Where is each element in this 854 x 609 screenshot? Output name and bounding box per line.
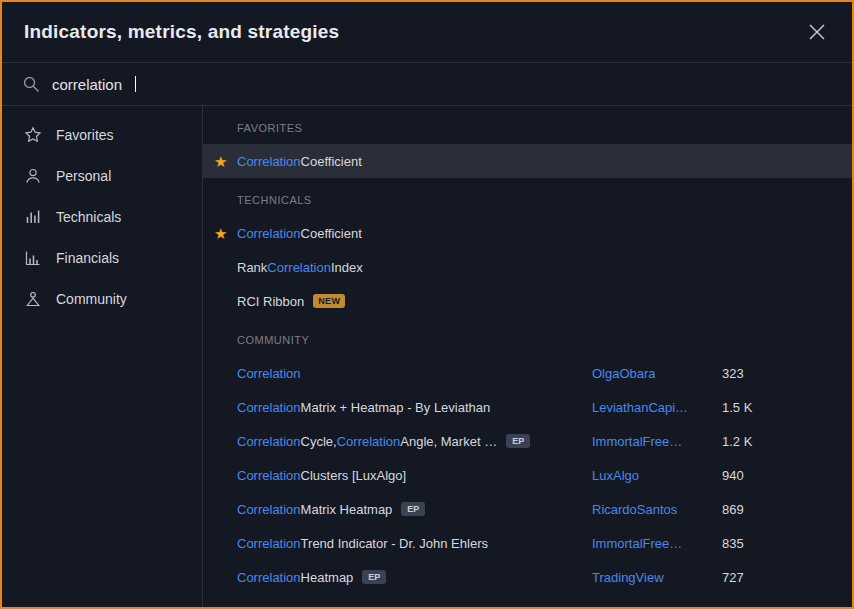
sidebar-item-technicals[interactable]: Technicals [2,196,202,237]
indicators-dialog: Indicators, metrics, and strategies corr… [0,0,854,609]
sidebar-item-label: Personal [56,168,111,184]
new-badge: NEW [313,294,345,308]
likes-count: 661 [722,604,844,608]
close-button[interactable] [804,19,830,45]
sidebar-item-label: Financials [56,250,119,266]
list-item[interactable]: Rank Correlation Index [203,250,852,284]
search-value: correlation [52,76,122,93]
section-header: TECHNICALS [203,178,852,216]
item-title: RCI RibbonNEW [237,294,592,309]
list-item[interactable]: Correlation Matrix + Heatmap - By Leviat… [203,390,852,424]
likes-count: 1.5 K [722,400,844,415]
list-item[interactable]: ★Correlation Coefficient [203,216,852,250]
list-item[interactable]: ★Correlation Coefficient [203,144,852,178]
author-link[interactable]: OlgaObara [592,366,722,381]
section-header: FAVORITES [203,106,852,144]
editors-pick-badge: EP [506,434,530,448]
sidebar-item-label: Technicals [56,209,121,225]
list-item[interactable]: RCI RibbonNEW [203,284,852,318]
sidebar-item-label: Favorites [56,127,114,143]
likes-count: 323 [722,366,844,381]
author-link[interactable]: Hpns2Jai… [592,604,722,608]
item-title: Correlation Coefficient [237,226,592,241]
community-icon [24,290,42,308]
item-title: Correlation Matrix [237,604,592,608]
item-title: Correlation Clusters [LuxAlgo] [237,468,592,483]
list-item[interactable]: CorrelationOlgaObara323 [203,356,852,390]
sidebar-item-label: Community [56,291,127,307]
close-icon [808,23,826,41]
dialog-header: Indicators, metrics, and strategies [2,2,852,62]
sidebar-item-favorites[interactable]: Favorites [2,114,202,155]
sidebar-item-personal[interactable]: Personal [2,155,202,196]
star-icon [24,126,42,144]
author-link[interactable]: ImmortalFree… [592,536,722,551]
sidebar-item-financials[interactable]: Financials [2,237,202,278]
likes-count: 869 [722,502,844,517]
favorite-star-icon[interactable]: ★ [214,226,227,241]
author-link[interactable]: RicardoSantos [592,502,722,517]
dialog-body: FavoritesPersonalTechnicalsFinancialsCom… [2,106,852,607]
item-title: Correlation Trend Indicator - Dr. John E… [237,536,592,551]
sidebar: FavoritesPersonalTechnicalsFinancialsCom… [2,106,203,607]
editors-pick-badge: EP [362,570,386,584]
author-link[interactable]: LeviathanCapi… [592,400,722,415]
list-item[interactable]: Correlation Trend Indicator - Dr. John E… [203,526,852,560]
financials-icon [24,249,42,267]
list-item[interactable]: Correlation HeatmapEPTradingView727 [203,560,852,594]
dialog-title: Indicators, metrics, and strategies [24,21,339,43]
editors-pick-badge: EP [401,502,425,516]
likes-count: 727 [722,570,844,585]
item-title: Correlation Coefficient [237,154,592,169]
likes-count: 835 [722,536,844,551]
list-item[interactable]: Correlation Matrix HeatmapEPRicardoSanto… [203,492,852,526]
section-header: COMMUNITY [203,318,852,356]
favorite-star-icon[interactable]: ★ [214,154,227,169]
text-caret [135,76,136,92]
likes-count: 1.2 K [722,434,844,449]
list-item[interactable]: Correlation MatrixHpns2Jai…661 [203,594,852,607]
author-link[interactable]: ImmortalFree… [592,434,722,449]
list-item[interactable]: Correlation Clusters [LuxAlgo]LuxAlgo940 [203,458,852,492]
sidebar-item-community[interactable]: Community [2,278,202,319]
item-title: Correlation [237,366,592,381]
search-input[interactable]: correlation [2,62,852,106]
person-icon [24,167,42,185]
item-title: Correlation Matrix HeatmapEP [237,502,592,517]
item-title: Correlation Matrix + Heatmap - By Leviat… [237,400,592,415]
author-link[interactable]: LuxAlgo [592,468,722,483]
search-icon [22,75,40,93]
results-list: FAVORITES★Correlation CoefficientTECHNIC… [203,106,852,607]
likes-count: 940 [722,468,844,483]
item-title: Correlation HeatmapEP [237,570,592,585]
item-title: Correlation Cycle, CorrelationAngle, Mar… [237,434,592,449]
list-item[interactable]: Correlation Cycle, CorrelationAngle, Mar… [203,424,852,458]
item-title: Rank Correlation Index [237,260,592,275]
technicals-icon [24,208,42,226]
author-link[interactable]: TradingView [592,570,722,585]
